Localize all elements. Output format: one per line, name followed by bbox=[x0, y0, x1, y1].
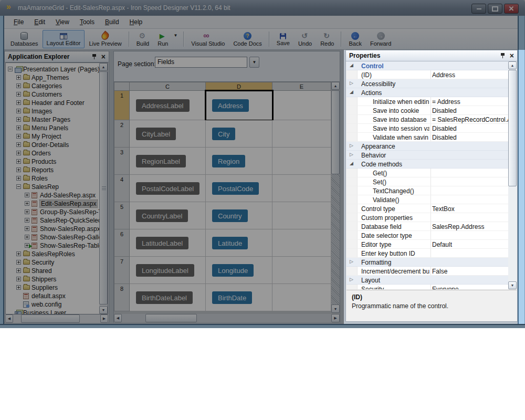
tree-item-default-aspx[interactable]: default.aspx bbox=[6, 292, 100, 300]
tree-item-show-salesrep-aspx[interactable]: Show-SalesRep.aspx bbox=[6, 225, 100, 233]
menu-item-help[interactable]: Help bbox=[124, 16, 148, 28]
category-expanded-icon[interactable]: ◢ bbox=[350, 89, 353, 94]
property-value[interactable]: Default bbox=[432, 241, 508, 248]
tree-item-presentation-layer-pages[interactable]: Presentation Layer (Pages) bbox=[6, 65, 100, 74]
expand-plus-icon[interactable] bbox=[16, 92, 21, 97]
label-control-citylabel[interactable]: CityLabel bbox=[136, 128, 176, 140]
property-value[interactable]: Disabled bbox=[432, 107, 508, 114]
tree-item-shippers[interactable]: Shippers bbox=[6, 275, 100, 284]
tree-item-security[interactable]: Security bbox=[6, 258, 100, 267]
property-row-enter-key-button-id[interactable]: Enter key button ID bbox=[346, 249, 517, 258]
category-collapsed-icon[interactable]: ▷ bbox=[350, 143, 353, 148]
field-control-birthdate[interactable]: BirthDate bbox=[212, 291, 252, 304]
tree-item-app-themes[interactable]: App_Themes bbox=[6, 74, 100, 82]
tree-item-edit-salesrep-aspx[interactable]: Edit-SalesRep.aspx bbox=[6, 200, 100, 208]
menu-item-build[interactable]: Build bbox=[100, 16, 124, 28]
redo-button[interactable]: Redo bbox=[316, 30, 338, 48]
property-row-appearance[interactable]: ▷Appearance bbox=[346, 142, 517, 151]
collapse-minus-icon[interactable] bbox=[16, 184, 21, 189]
tree-item-business-layer[interactable]: #Business Layer bbox=[6, 309, 100, 314]
layout-editor-button[interactable]: Layout Editor bbox=[43, 30, 85, 48]
tree-item-suppliers[interactable]: Suppliers bbox=[6, 284, 100, 292]
tree-item-order-details[interactable]: Order-Details bbox=[6, 141, 100, 149]
property-row-save-into-database[interactable]: Save into database= SalesRepRecordContro… bbox=[346, 115, 517, 124]
expand-plus-icon[interactable] bbox=[25, 235, 29, 239]
scroll-down-icon[interactable]: ▼ bbox=[331, 304, 340, 313]
property-row-security[interactable]: SecurityEveryone bbox=[346, 285, 517, 289]
close-button[interactable]: ✕ bbox=[504, 4, 519, 14]
property-row-editor-type[interactable]: Editor typeDefault bbox=[346, 240, 517, 249]
grid-vscroll-track[interactable] bbox=[331, 174, 340, 304]
expand-plus-icon[interactable] bbox=[25, 209, 29, 214]
minimize-button[interactable] bbox=[471, 4, 486, 14]
expand-plus-icon[interactable] bbox=[16, 277, 21, 281]
undo-button[interactable]: Undo bbox=[294, 30, 316, 48]
scroll-up-icon[interactable]: ▲ bbox=[99, 63, 108, 71]
field-control-country[interactable]: Country bbox=[212, 209, 248, 222]
expand-plus-icon[interactable] bbox=[25, 218, 29, 223]
tree-item-show-salesrep-table-a[interactable]: Show-SalesRep-Table.a bbox=[6, 242, 100, 250]
property-row-formatting[interactable]: ▷Formatting bbox=[346, 258, 517, 267]
run-button[interactable]: Run bbox=[153, 30, 172, 48]
scroll-up-icon[interactable]: ▲ bbox=[508, 61, 517, 69]
scroll-left-icon[interactable]: ◀ bbox=[114, 314, 122, 322]
tree-item-shared[interactable]: Shared bbox=[6, 267, 100, 275]
property-row-increment-decrement-bu[interactable]: Increment/decrement buFalse bbox=[346, 267, 517, 276]
property-row-database-field[interactable]: Database fieldSalesRep.Address bbox=[346, 222, 517, 231]
grid-cell-E5[interactable] bbox=[272, 202, 331, 229]
tree-item-header-and-footer[interactable]: Header and Footer bbox=[6, 99, 100, 107]
expand-plus-icon[interactable] bbox=[16, 142, 21, 147]
grid-row-header-4[interactable]: 4 bbox=[114, 175, 130, 202]
scroll-right-icon[interactable]: ▶ bbox=[331, 314, 340, 322]
tree-item-categories[interactable]: Categories bbox=[6, 82, 100, 90]
grid-column-header-D[interactable]: D bbox=[206, 82, 272, 91]
build-button[interactable]: Build bbox=[132, 30, 153, 48]
grid-column-header-C[interactable]: C bbox=[130, 82, 206, 91]
category-expanded-icon[interactable]: ◢ bbox=[350, 62, 353, 68]
scroll-left-icon[interactable]: ◀ bbox=[5, 314, 13, 323]
property-row-control-type[interactable]: Control typeTextBox bbox=[346, 204, 517, 213]
close-icon[interactable]: × bbox=[510, 52, 514, 59]
field-control-longitude[interactable]: Longitude bbox=[212, 264, 254, 277]
explorer-vscrollbar[interactable]: ▲ ▼ bbox=[99, 63, 108, 314]
label-control-postalcodelabel[interactable]: PostalCodeLabel bbox=[136, 182, 200, 195]
property-value[interactable]: = Address bbox=[432, 98, 508, 106]
grid-row-header-8[interactable]: 8 bbox=[114, 284, 130, 311]
grid-cell-E3[interactable] bbox=[272, 148, 331, 175]
run-dropdown-arrow-icon[interactable]: ▼ bbox=[172, 29, 181, 49]
property-value[interactable]: TextBox bbox=[432, 205, 508, 213]
expand-plus-icon[interactable] bbox=[25, 193, 29, 197]
property-row-layout[interactable]: ▷Layout bbox=[346, 276, 517, 285]
property-row-textchanged[interactable]: TextChanged() bbox=[346, 186, 517, 195]
property-row-control[interactable]: ◢Control bbox=[346, 61, 517, 70]
expand-plus-icon[interactable] bbox=[16, 75, 21, 80]
menu-item-view[interactable]: View bbox=[50, 16, 75, 28]
properties-vscroll-thumb[interactable] bbox=[508, 70, 517, 186]
databases-button[interactable]: Databases bbox=[6, 30, 43, 48]
tree-item-menu-panels[interactable]: Menu Panels bbox=[6, 124, 100, 132]
tree-item-add-salesrep-aspx[interactable]: Add-SalesRep.aspx bbox=[6, 191, 100, 200]
tree-item-orders[interactable]: Orders bbox=[6, 149, 100, 158]
property-value[interactable]: SalesRep.Address bbox=[432, 223, 508, 230]
grid-cell-E7[interactable] bbox=[272, 257, 331, 284]
label-control-countrylabel[interactable]: CountryLabel bbox=[136, 209, 188, 222]
grid-row-header-6[interactable]: 6 bbox=[114, 229, 130, 257]
category-expanded-icon[interactable]: ◢ bbox=[350, 161, 353, 166]
expand-plus-icon[interactable] bbox=[25, 201, 29, 206]
grid-cell-E2[interactable] bbox=[272, 120, 331, 148]
tree-item-group-by-salesrep-tab[interactable]: Group-By-SalesRep-Tab bbox=[6, 208, 100, 216]
properties-vscrollbar[interactable]: ▲ ▼ bbox=[508, 61, 517, 289]
close-icon[interactable]: × bbox=[101, 53, 106, 60]
tree-item-images[interactable]: Images bbox=[6, 107, 100, 116]
property-row-accessibility[interactable]: ▷Accessibility bbox=[346, 79, 517, 88]
property-row-custom-properties[interactable]: Custom properties bbox=[346, 213, 517, 222]
page-section-combobox[interactable]: Fields bbox=[155, 57, 247, 68]
property-row-id[interactable]: (ID)Address bbox=[346, 70, 517, 79]
grid-cell-E6[interactable] bbox=[272, 229, 331, 257]
scroll-up-icon[interactable]: ▲ bbox=[331, 82, 340, 90]
forward-button[interactable]: Forward bbox=[366, 30, 395, 48]
grid-row-header-7[interactable]: 7 bbox=[114, 257, 130, 284]
property-value[interactable]: Address bbox=[432, 71, 508, 79]
grid-row-header-5[interactable]: 5 bbox=[114, 202, 130, 229]
maximize-button[interactable] bbox=[488, 4, 502, 14]
